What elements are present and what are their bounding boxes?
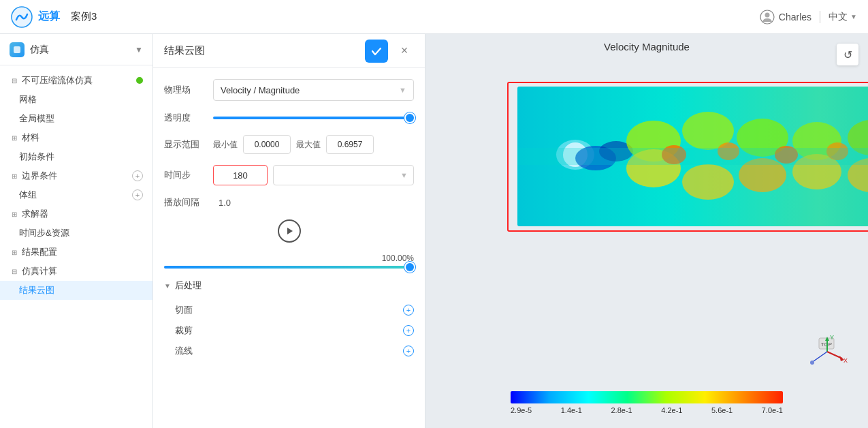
add-cut-surface-button[interactable]: + — [403, 305, 414, 316]
colorbar-label-0: 2.9e-5 — [511, 406, 532, 414]
colorbar — [511, 391, 783, 403]
sidebar-label: 体组 — [19, 189, 132, 201]
svg-point-42 — [810, 361, 814, 365]
svg-point-14 — [682, 164, 734, 200]
physics-field-select[interactable]: Velocity / Magnitude ▼ — [213, 79, 414, 101]
sidebar-item-simulation-calc[interactable]: ⊟ 仿真计算 — [0, 262, 152, 281]
playback-value: 1.0 — [219, 198, 231, 208]
result-panel: 结果云图 × 物理场 Velocity / Magnitude ▼ — [153, 34, 425, 428]
add-clip-button[interactable]: + — [403, 325, 414, 336]
confirm-button[interactable] — [365, 40, 388, 63]
svg-rect-3 — [14, 46, 20, 53]
viewport: ↺ Velocity Magnitude — [425, 34, 868, 428]
expand-icon: ⊞ — [10, 209, 19, 219]
timestep-input[interactable] — [213, 165, 268, 185]
timestep-dropdown[interactable]: ▼ — [273, 165, 414, 185]
sidebar-item-solver[interactable]: ⊞ 求解器 — [0, 204, 152, 224]
expand-icon: ⊟ — [10, 76, 19, 85]
sidebar-item-incompressible[interactable]: ⊟ 不可压缩流体仿真 — [0, 71, 152, 90]
user-info[interactable]: Charles — [760, 10, 811, 25]
sidebar-title-text: 仿真 — [30, 44, 49, 56]
sidebar-collapse-icon[interactable]: ▼ — [135, 45, 143, 55]
timestep-dropdown-icon: ▼ — [400, 171, 408, 179]
sidebar-item-initial-conditions[interactable]: 初始条件 — [0, 147, 152, 166]
sidebar-item-body[interactable]: 体组 + — [0, 185, 152, 204]
sidebar-header: 仿真 ▼ — [0, 34, 152, 65]
sidebar-label: 时间步&资源 — [19, 227, 143, 239]
play-section — [164, 219, 414, 243]
transparency-slider[interactable] — [213, 117, 414, 119]
language-selector[interactable]: 中文 ▼ — [829, 11, 857, 23]
viewport-canvas: ↺ Velocity Magnitude — [425, 34, 868, 428]
colorbar-labels: 2.9e-5 1.4e-1 2.8e-1 4.2e-1 5.6e-1 7.0e-… — [511, 406, 783, 414]
range-controls: 最小值 最大值 — [213, 135, 414, 154]
refresh-icon: ↺ — [843, 48, 852, 61]
sidebar-label: 边界条件 — [22, 170, 132, 182]
svg-text:X: X — [843, 357, 848, 364]
colorbar-label-2: 2.8e-1 — [611, 406, 632, 414]
physics-field-label: 物理场 — [164, 84, 213, 96]
min-value-input[interactable] — [243, 135, 291, 154]
progress-fill — [164, 266, 414, 269]
max-value-input[interactable] — [326, 135, 374, 154]
sidebar-item-global-model[interactable]: 全局模型 — [0, 109, 152, 128]
timestep-label: 时间步 — [164, 169, 213, 181]
progress-bar[interactable] — [164, 266, 414, 269]
sidebar-label: 初始条件 — [19, 151, 143, 163]
status-badge — [136, 77, 143, 84]
physics-field-row: 物理场 Velocity / Magnitude ▼ — [164, 79, 414, 101]
colorbar-label-4: 5.6e-1 — [711, 406, 733, 414]
sidebar-label: 全局模型 — [19, 112, 143, 125]
display-range-label: 显示范围 — [164, 138, 213, 151]
progress-thumb — [406, 263, 414, 271]
post-cut-surface: 切面 + — [164, 300, 414, 320]
sidebar-item-boundary-conditions[interactable]: ⊞ 边界条件 + — [0, 166, 152, 185]
streamline-label: 流线 — [175, 345, 193, 357]
min-label: 最小值 — [213, 139, 238, 151]
logo: 远算 案例3 — [11, 6, 97, 28]
sidebar-label: 不可压缩流体仿真 — [22, 74, 132, 87]
playback-row: 播放间隔 1.0 — [164, 196, 414, 209]
main-area: 仿真 ▼ ⊟ 不可压缩流体仿真 网格 全局模型 ⊞ 材料 — [0, 34, 868, 428]
sidebar-item-timestep[interactable]: 时间步&资源 — [0, 224, 152, 243]
chevron-down-icon: ▼ — [850, 13, 857, 20]
header-divider — [820, 11, 820, 23]
expand-icon: ⊞ — [10, 171, 19, 181]
add-boundary-button[interactable]: + — [132, 170, 143, 181]
add-body-button[interactable]: + — [132, 189, 143, 200]
sidebar-item-materials[interactable]: ⊞ 材料 — [0, 128, 152, 147]
logo-icon — [11, 6, 33, 28]
colorbar-label-3: 4.2e-1 — [661, 406, 682, 414]
sidebar-label: 结果云图 — [19, 284, 143, 296]
visualization-title: Velocity Magnitude — [604, 41, 690, 52]
panel-body: 物理场 Velocity / Magnitude ▼ 透明度 — [153, 68, 425, 428]
playback-label: 播放间隔 — [164, 196, 213, 209]
colorbar-label-1: 1.4e-1 — [561, 406, 582, 414]
expand-icon: ⊞ — [10, 133, 19, 142]
sidebar-item-result-config[interactable]: ⊞ 结果配置 — [0, 243, 152, 262]
sidebar-item-result-cloud[interactable]: 结果云图 — [0, 281, 152, 300]
vis-container — [466, 72, 834, 353]
sim-icon — [10, 42, 25, 57]
velocity-visualization — [517, 87, 868, 226]
post-section-label: 后处理 — [175, 279, 202, 292]
panel-actions: × — [365, 40, 414, 63]
project-name: 案例3 — [71, 10, 97, 23]
add-streamline-button[interactable]: + — [403, 346, 414, 356]
play-button[interactable] — [278, 219, 301, 243]
sidebar-label: 求解器 — [22, 208, 143, 220]
header-right: Charles 中文 ▼ — [760, 10, 857, 25]
progress-section: 100.00% — [164, 254, 414, 269]
sidebar-item-mesh[interactable]: 网格 — [0, 90, 152, 109]
refresh-button[interactable]: ↺ — [837, 44, 858, 65]
user-name: Charles — [779, 12, 811, 22]
sidebar-label: 网格 — [19, 93, 143, 106]
post-section-title: ▼ 后处理 — [164, 279, 414, 292]
axis-widget: TOP Y X — [807, 333, 848, 373]
sidebar-title: 仿真 — [10, 42, 49, 57]
sidebar-label: 仿真计算 — [22, 265, 143, 277]
cut-surface-label: 切面 — [175, 304, 193, 316]
timestep-row: 时间步 ▼ — [164, 165, 414, 185]
close-button[interactable]: × — [395, 42, 414, 61]
post-clip: 裁剪 + — [164, 320, 414, 341]
